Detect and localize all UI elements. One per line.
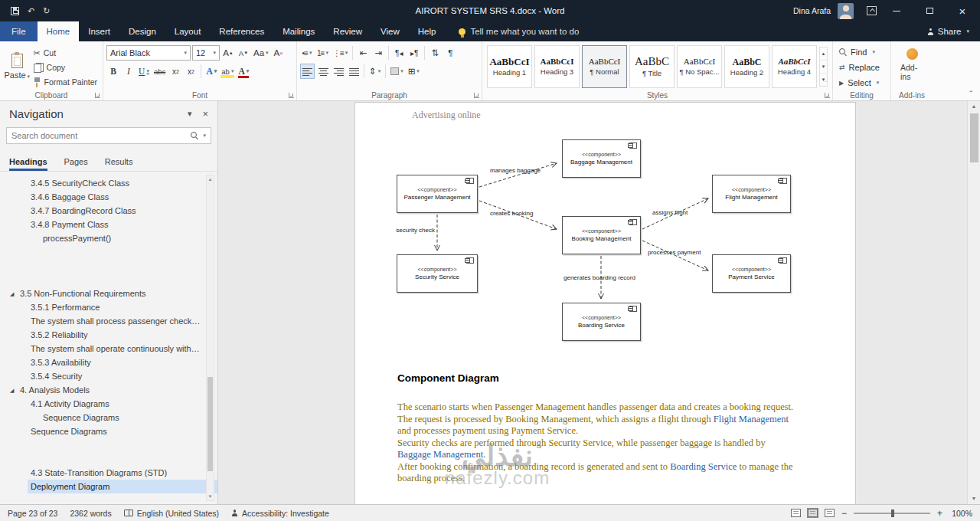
ribbon-display-options-icon[interactable]: [867, 6, 877, 15]
styles-more-icon[interactable]: ▼̱: [820, 74, 827, 86]
addins-button[interactable]: Add-ins: [894, 44, 929, 86]
bullets-button[interactable]: •≡▾: [300, 45, 314, 61]
text-effects-button[interactable]: A▾: [204, 64, 218, 79]
tab-help[interactable]: Help: [409, 21, 446, 41]
nav-heading-item[interactable]: Sequence Diagrams: [0, 411, 217, 424]
underline-button[interactable]: U▾: [137, 64, 151, 79]
component-flight[interactable]: <<component>>Flight Management: [712, 175, 791, 213]
styles-dialog-launcher[interactable]: [825, 93, 830, 98]
styles-scroll-up-icon[interactable]: ▲: [820, 48, 827, 61]
component-payment[interactable]: <<component>>Payment Service: [712, 254, 791, 293]
zoom-out-button[interactable]: −: [841, 509, 847, 518]
print-layout-button[interactable]: [808, 509, 818, 517]
nav-heading-item[interactable]: 3.4.8 Payment Class: [0, 218, 217, 231]
highlight-color-button[interactable]: ab▾: [220, 64, 235, 79]
zoom-in-button[interactable]: +: [937, 509, 942, 518]
tell-me-box[interactable]: Tell me what you want to do: [459, 21, 579, 41]
tab-insert[interactable]: Insert: [79, 21, 119, 41]
language-indicator[interactable]: English (United States): [124, 509, 219, 518]
style-heading-2[interactable]: AaBbCHeading 2: [724, 45, 769, 88]
tab-mailings[interactable]: Mailings: [273, 21, 324, 41]
nav-heading-item[interactable]: 3.5.4 Security: [0, 369, 217, 383]
superscript-button[interactable]: x2: [184, 64, 198, 79]
word-count[interactable]: 2362 words: [70, 509, 111, 518]
italic-button[interactable]: I: [122, 64, 136, 79]
tab-design[interactable]: Design: [119, 21, 165, 41]
style-no-spac-[interactable]: AaBbCcI¶ No Spac...: [677, 45, 722, 88]
nav-tab-results[interactable]: Results: [105, 157, 133, 171]
strikethrough-button[interactable]: abc: [152, 64, 167, 79]
minimize-button[interactable]: [884, 0, 910, 21]
bold-button[interactable]: B: [106, 64, 120, 79]
increase-indent-button[interactable]: ⇥: [371, 45, 385, 61]
nav-heading-item[interactable]: ◢3.5 Non-Functional Requirements: [0, 287, 217, 300]
style-title[interactable]: AaBbC¶ Title: [629, 45, 675, 88]
show-hide-pilcrow-button[interactable]: ¶: [443, 45, 457, 61]
search-input[interactable]: [11, 131, 188, 140]
font-size-combo[interactable]: 12▾: [192, 45, 220, 61]
font-color-button[interactable]: A▾: [237, 64, 250, 79]
read-mode-button[interactable]: [791, 509, 801, 517]
numbering-button[interactable]: 1≡▾: [315, 45, 330, 61]
style-heading-3[interactable]: AaBbCcIHeading 3: [534, 45, 580, 88]
format-painter-button[interactable]: Format Painter: [31, 75, 100, 89]
web-layout-button[interactable]: [825, 509, 835, 517]
subscript-button[interactable]: x2: [168, 64, 182, 79]
shading-button[interactable]: ▾: [389, 64, 405, 79]
scroll-down-icon[interactable]: ▼: [207, 493, 214, 500]
sort-button[interactable]: ⇅: [428, 45, 442, 61]
chevron-down-icon[interactable]: ▾: [188, 109, 192, 119]
zoom-slider-thumb[interactable]: [891, 510, 894, 517]
restore-button[interactable]: [916, 0, 942, 21]
multilevel-list-button[interactable]: ⋮≡▾: [332, 45, 349, 61]
borders-button[interactable]: ⊞▾: [407, 64, 421, 79]
align-left-button[interactable]: [300, 64, 315, 79]
nav-heading-item[interactable]: 3.5.1 Performance: [0, 300, 217, 314]
scroll-up-icon[interactable]: ▲: [207, 175, 214, 183]
style-heading-1[interactable]: AaBbCcIHeading 1: [487, 45, 532, 88]
nav-tab-headings[interactable]: Headings: [9, 157, 47, 171]
nav-heading-item[interactable]: Sequence Diagrams: [0, 424, 217, 438]
document-scrollbar-thumb[interactable]: [970, 113, 978, 162]
nav-heading-item[interactable]: 3.5.3 Availability: [0, 356, 217, 369]
tab-view[interactable]: View: [371, 21, 409, 41]
style-heading-4[interactable]: AaBbCcIHeading 4: [772, 45, 817, 88]
nav-heading-item[interactable]: 4.1 Activity Diagrams: [0, 397, 217, 411]
tab-layout[interactable]: Layout: [165, 21, 211, 41]
clear-formatting-button[interactable]: A×: [272, 45, 286, 61]
zoom-level[interactable]: 100%: [949, 509, 972, 518]
component-boarding[interactable]: <<component>>Boarding Service: [562, 303, 641, 341]
scroll-down-icon[interactable]: ▼: [968, 493, 980, 504]
tab-references[interactable]: References: [210, 21, 273, 41]
nav-tab-pages[interactable]: Pages: [64, 157, 88, 171]
align-right-button[interactable]: [332, 64, 345, 79]
ltr-paragraph-button[interactable]: ¶◂: [392, 45, 406, 61]
align-center-button[interactable]: [316, 64, 330, 79]
component-security[interactable]: <<component>>Security Service: [397, 254, 478, 293]
font-name-combo[interactable]: Arial Black▾: [106, 45, 191, 61]
clipboard-dialog-launcher[interactable]: [95, 93, 100, 98]
component-baggage[interactable]: <<component>>Baggage Management: [562, 139, 641, 178]
shrink-font-button[interactable]: A▼: [237, 45, 250, 61]
tab-file[interactable]: File: [0, 21, 38, 41]
close-pane-icon[interactable]: ×: [202, 108, 208, 120]
document-scrollbar[interactable]: ▲ ▼: [967, 101, 980, 504]
styles-scroll-down-icon[interactable]: ▼: [820, 61, 827, 74]
search-icon[interactable]: [191, 132, 198, 139]
grow-font-button[interactable]: A▲: [221, 45, 235, 61]
nav-scrollbar-thumb[interactable]: [207, 377, 213, 471]
font-dialog-launcher[interactable]: [289, 93, 294, 98]
nav-heading-item[interactable]: 3.4.7 BoardingRecord Class: [0, 204, 217, 218]
nav-heading-item[interactable]: processPayment(): [0, 231, 217, 245]
close-button[interactable]: ×: [949, 0, 975, 21]
paste-button[interactable]: Paste▾: [3, 44, 31, 89]
undo-icon[interactable]: ↶: [28, 7, 34, 15]
copy-button[interactable]: Copy: [31, 61, 100, 74]
component-booking[interactable]: <<component>>Booking Management: [562, 216, 641, 254]
replace-button[interactable]: ⇄Replace: [839, 61, 884, 74]
tab-home[interactable]: Home: [38, 21, 80, 41]
component-passenger[interactable]: <<component>>Passenger Management: [397, 175, 478, 213]
nav-heading-item[interactable]: Deployment Diagram: [28, 480, 217, 493]
page-indicator[interactable]: Page 23 of 23: [8, 509, 57, 518]
nav-heading-item[interactable]: 3.4.6 Baggage Class: [0, 190, 217, 204]
